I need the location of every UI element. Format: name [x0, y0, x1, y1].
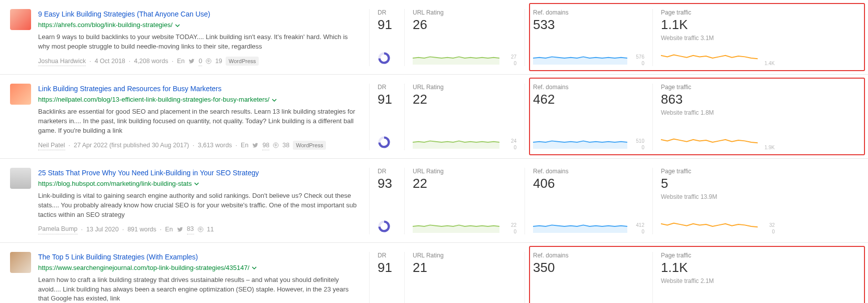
- result-date: 27 Apr 2022 (first published 30 Aug 2017…: [74, 141, 189, 150]
- metric-ref-domains: Ref. domains 533 5760: [525, 9, 652, 66]
- url-rating-label: URL Rating: [413, 168, 516, 175]
- result-wordcount: 4,208 words: [134, 57, 168, 66]
- url-rating-value: 21: [413, 260, 516, 275]
- twitter-icon: [188, 58, 195, 64]
- result-thumbnail[interactable]: [10, 168, 31, 189]
- result-content: 25 Stats That Prove Why You Need Link-Bu…: [38, 168, 359, 234]
- page-traffic-value: 5: [661, 176, 775, 191]
- metric-dr: DR 91: [369, 252, 404, 303]
- metric-url-rating: URL Rating 21 210: [404, 252, 525, 303]
- page-traffic-label: Page traffic: [661, 84, 775, 91]
- result-url[interactable]: https://www.searchenginejournal.com/top-…: [38, 263, 359, 273]
- chevron-down-icon[interactable]: [194, 181, 199, 186]
- svg-point-6: [198, 227, 203, 232]
- metrics-group: DR 91 URL Rating 26 270 Ref. domains 5: [359, 9, 863, 66]
- dr-donut: [378, 136, 396, 150]
- page-traffic-label: Page traffic: [661, 168, 775, 175]
- dr-label: DR: [378, 9, 396, 16]
- chevron-down-icon[interactable]: [272, 98, 277, 103]
- result-description: Learn 9 ways to build backlinks to your …: [38, 33, 359, 52]
- dr-donut: [378, 52, 396, 66]
- metric-dr: DR 93: [369, 168, 404, 234]
- twitter-count[interactable]: 98: [262, 141, 269, 150]
- result-date: 4 Oct 2018: [95, 57, 125, 66]
- result-url[interactable]: https://blog.hubspot.com/marketing/link-…: [38, 179, 359, 189]
- result-content: The Top 5 Link Building Strategies (With…: [38, 252, 359, 303]
- platform-badge: WordPress: [226, 57, 259, 66]
- result-meta: Neil Patel 27 Apr 2022 (first published …: [38, 141, 359, 150]
- dr-donut: [378, 220, 396, 234]
- author-link[interactable]: Neil Patel: [38, 141, 65, 150]
- result-thumbnail[interactable]: [10, 84, 31, 105]
- pinterest-icon: [198, 226, 204, 232]
- dr-value: 91: [378, 260, 396, 275]
- url-rating-label: URL Rating: [413, 9, 516, 16]
- ref-domains-label: Ref. domains: [533, 252, 644, 259]
- result-url[interactable]: https://ahrefs.com/blog/link-building-st…: [38, 21, 359, 30]
- chevron-down-icon[interactable]: [175, 23, 180, 28]
- url-rating-sparkline: [413, 216, 499, 234]
- dr-value: 91: [378, 17, 396, 33]
- metric-page-traffic: Page traffic 1.1K Website traffic 2.1M 2…: [652, 252, 783, 303]
- result-wordcount: 891 words: [127, 225, 156, 234]
- chevron-down-icon[interactable]: [252, 265, 257, 270]
- metric-page-traffic: Page traffic 1.1K Website traffic 3.1M 1…: [652, 9, 783, 66]
- dr-value: 91: [378, 92, 396, 107]
- url-rating-sparkline: [413, 132, 499, 150]
- dr-label: DR: [378, 84, 396, 91]
- result-lang: En: [177, 57, 185, 66]
- result-content: Link Building Strategies and Resources f…: [38, 84, 359, 150]
- ref-domains-label: Ref. domains: [533, 84, 644, 91]
- ref-domains-sparkline: [533, 48, 627, 66]
- page-traffic-value: 1.1K: [661, 260, 775, 275]
- page-traffic-label: Page traffic: [661, 252, 775, 259]
- dr-value: 93: [378, 176, 396, 191]
- website-traffic-value: Website traffic 1.8M: [661, 109, 775, 116]
- result-row: 25 Stats That Prove Why You Need Link-Bu…: [0, 159, 868, 243]
- ref-domains-label: Ref. domains: [533, 9, 644, 16]
- result-title[interactable]: The Top 5 Link Building Strategies (With…: [38, 252, 359, 262]
- metrics-group: DR 91 URL Rating 22 240 Ref. domains 4: [359, 84, 863, 150]
- pinterest-icon: [273, 142, 279, 148]
- website-traffic-value: Website traffic 3.1M: [661, 35, 775, 42]
- result-thumbnail[interactable]: [10, 252, 31, 273]
- metric-ref-domains: Ref. domains 350 3690: [525, 252, 652, 303]
- url-rating-value: 22: [413, 92, 516, 107]
- page-traffic-sparkline: [661, 299, 758, 303]
- result-row: Link Building Strategies and Resources f…: [0, 75, 868, 159]
- metric-ref-domains: Ref. domains 406 4120: [525, 168, 652, 234]
- result-title[interactable]: Link Building Strategies and Resources f…: [38, 84, 359, 94]
- metric-url-rating: URL Rating 26 270: [404, 9, 525, 66]
- ref-domains-value: 533: [533, 17, 644, 33]
- metric-page-traffic: Page traffic 863 Website traffic 1.8M 1.…: [652, 84, 783, 150]
- page-traffic-value: 863: [661, 92, 775, 107]
- result-row: 9 Easy Link Building Strategies (That An…: [0, 0, 868, 75]
- page-traffic-value: 1.1K: [661, 17, 775, 33]
- result-url[interactable]: https://neilpatel.com/blog/13-efficient-…: [38, 95, 359, 105]
- result-description: Link-building is vital to gaining search…: [38, 191, 359, 220]
- author-link[interactable]: Pamela Bump: [38, 224, 78, 234]
- ref-domains-value: 350: [533, 260, 644, 275]
- ref-domains-sparkline: [533, 299, 627, 303]
- metric-ref-domains: Ref. domains 462 5100: [525, 84, 652, 150]
- page-traffic-sparkline: [661, 48, 758, 66]
- page-traffic-label: Page traffic: [661, 9, 775, 16]
- result-title[interactable]: 25 Stats That Prove Why You Need Link-Bu…: [38, 168, 359, 178]
- svg-point-0: [206, 59, 211, 64]
- url-rating-label: URL Rating: [413, 252, 516, 259]
- platform-badge: WordPress: [293, 141, 326, 150]
- twitter-count[interactable]: 0: [199, 57, 202, 66]
- metric-url-rating: URL Rating 22 220: [404, 168, 525, 234]
- svg-point-3: [273, 143, 278, 148]
- result-meta: Pamela Bump 13 Jul 2020 891 words En 83 …: [38, 224, 359, 234]
- result-title[interactable]: 9 Easy Link Building Strategies (That An…: [38, 9, 359, 19]
- result-thumbnail[interactable]: [10, 9, 31, 30]
- metric-page-traffic: Page traffic 5 Website traffic 13.9M 320: [652, 168, 783, 234]
- url-rating-value: 22: [413, 176, 516, 191]
- result-lang: En: [241, 141, 248, 150]
- pinterest-count: 19: [215, 57, 222, 66]
- result-date: 13 Jul 2020: [86, 225, 119, 234]
- twitter-count[interactable]: 83: [187, 224, 194, 234]
- page-traffic-sparkline: [661, 216, 758, 234]
- author-link[interactable]: Joshua Hardwick: [38, 57, 86, 66]
